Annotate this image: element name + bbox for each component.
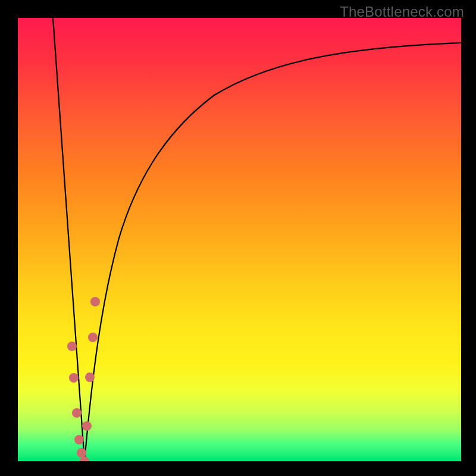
svg-point-0 [67, 342, 77, 351]
chart-frame: TheBottleneck.com [0, 0, 476, 476]
svg-point-8 [88, 333, 98, 342]
svg-point-2 [72, 408, 82, 418]
svg-point-3 [74, 435, 84, 444]
curve-left-branch [53, 18, 84, 461]
svg-point-9 [90, 297, 100, 306]
chart-svg [18, 18, 461, 461]
plot-area [18, 18, 461, 461]
svg-point-4 [77, 448, 86, 458]
curve-right-branch [84, 43, 461, 461]
highlight-dots [67, 297, 100, 461]
svg-point-6 [82, 421, 92, 431]
svg-point-1 [69, 373, 79, 383]
svg-point-7 [85, 372, 95, 382]
